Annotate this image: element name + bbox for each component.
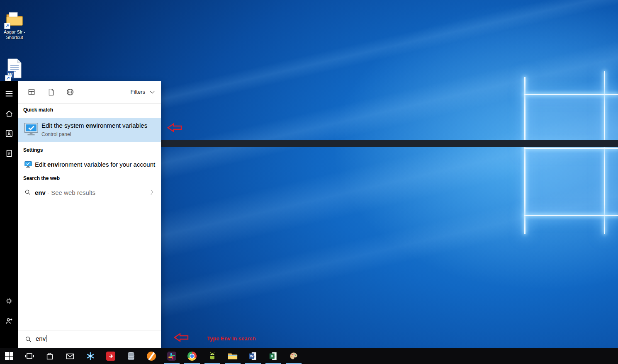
task-view-button[interactable] [20,348,39,364]
home-icon[interactable] [0,105,18,122]
contacts-icon[interactable] [0,125,18,142]
settings-monitor-icon [24,160,32,170]
system-properties-icon [23,122,39,139]
apps-icon[interactable] [27,87,36,98]
shortcut-arrow-icon [4,23,10,29]
word-document-icon: W [6,58,22,80]
settings-icon[interactable] [0,293,18,309]
word-icon[interactable]: W [244,348,262,364]
search-the-web-header: Search the web [23,175,60,181]
window-frame-line [524,94,618,95]
web-rest-text: - See web results [46,189,95,196]
menu-icon[interactable] [0,85,18,102]
store-icon[interactable] [41,348,59,364]
search-filter-bar: Filters [18,81,161,104]
title-text: Edit the system [41,122,86,129]
search-input-value: env [36,335,46,342]
svg-text:W: W [250,354,254,358]
documents-icon[interactable] [47,87,55,98]
window-frame-line [524,77,526,234]
excel-icon[interactable]: X [264,348,282,364]
mail-icon[interactable] [61,348,79,364]
search-query-text: env [36,335,46,342]
window-frame-line [524,148,618,149]
result-edit-env-for-account[interactable]: Edit environment variables for your acco… [18,158,161,172]
chevron-down-icon[interactable] [148,88,156,97]
search-sidebar [0,81,18,348]
result-title: Edit environment variables for your acco… [35,161,155,168]
start-button[interactable] [0,348,18,364]
settings-header: Settings [23,147,43,153]
share-icon[interactable] [0,313,18,329]
start-search-panel: Filters Quick match Edit the system envi… [18,81,161,348]
search-icon [24,189,32,198]
window-frame-line [604,71,605,234]
result-web-search[interactable]: env - See web results [18,186,161,201]
text-cursor [46,335,46,342]
annotation-arrow-search [173,332,189,345]
result-edit-system-environment-variables[interactable]: Edit the system environment variables Co… [18,118,161,142]
android-studio-icon[interactable] [203,348,221,364]
window-pane [605,149,618,215]
file-explorer-icon[interactable] [224,348,242,364]
web-result-text: env - See web results [35,189,95,196]
desktop-icon-folder-shortcut[interactable]: Asgar Sir - Shortcut [1,11,28,40]
annotation-note: Type Env In search [207,335,256,342]
label-line-2: Shortcut [1,35,28,40]
web-query-text: env [35,189,46,196]
app-red-icon[interactable] [102,348,120,364]
app-blue-icon[interactable] [81,348,100,364]
notebook-icon[interactable] [0,145,18,162]
title-text: ironment variables [97,122,148,129]
title-text: ironment variables for your account [58,161,155,168]
label-line-1: Asgar Sir - [1,29,28,35]
svg-text:X: X [271,354,273,358]
database-icon[interactable] [122,348,140,364]
slack-icon[interactable] [163,348,181,364]
folder-icon [5,11,24,28]
title-match-text: env [86,122,97,129]
chrome-icon[interactable] [183,348,201,364]
taskbar: W X [0,348,618,364]
desktop-icon-label: Asgar Sir - Shortcut [1,29,28,40]
chevron-right-icon[interactable] [148,189,155,197]
search-icon [24,335,32,345]
result-title: Edit the system environment variables [41,122,147,129]
title-text: Edit [35,161,47,168]
window-pane [526,149,604,215]
search-input[interactable]: env [18,330,161,348]
window-frame-line [524,215,618,216]
app-orange-icon[interactable] [142,348,161,364]
quick-match-header: Quick match [23,107,53,113]
filters-label[interactable]: Filters [131,89,145,95]
annotation-arrow-result [167,122,182,135]
web-icon[interactable] [66,87,75,98]
title-match-text: env [47,161,58,168]
desktop-icon-word-shortcut[interactable]: W [2,58,26,80]
shortcut-arrow-icon [5,75,11,81]
result-subtitle: Control panel [41,131,71,137]
paint-icon[interactable] [285,348,303,364]
